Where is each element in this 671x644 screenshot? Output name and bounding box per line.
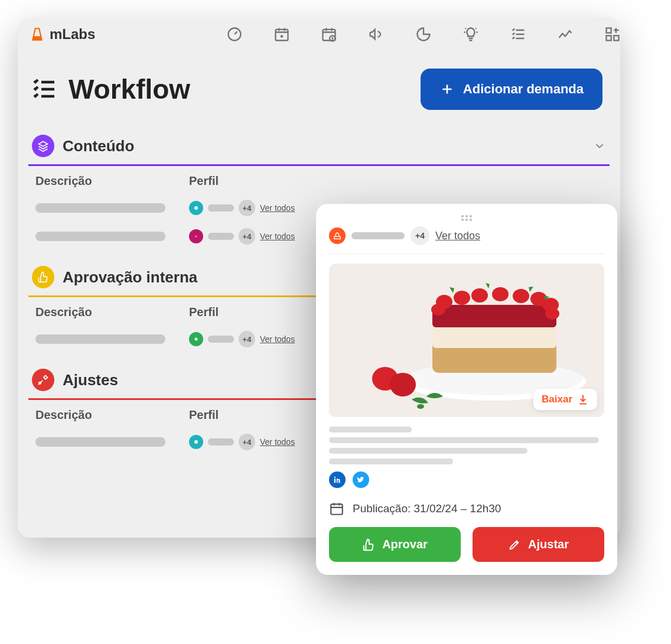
approve-button[interactable]: Aprovar	[329, 527, 461, 562]
profile-skel	[351, 232, 405, 239]
adjust-label: Ajustar	[528, 538, 569, 551]
publication-row: Publicação: 31/02/24 – 12h30	[329, 501, 604, 516]
svg-point-32	[390, 373, 416, 396]
svg-point-11	[465, 215, 468, 217]
adjust-button[interactable]: Ajustar	[473, 527, 604, 562]
approve-label: Aprovar	[382, 538, 428, 551]
svg-point-35	[334, 477, 336, 478]
svg-point-29	[431, 304, 445, 316]
social-icons	[329, 471, 604, 488]
post-image: Baixar	[329, 264, 604, 417]
svg-point-23	[454, 291, 470, 305]
cake-icon	[329, 227, 346, 244]
download-icon	[577, 393, 589, 405]
pencil-icon	[508, 538, 521, 551]
svg-rect-34	[334, 479, 336, 483]
svg-point-15	[470, 219, 472, 221]
svg-point-14	[465, 219, 468, 221]
svg-rect-36	[331, 504, 343, 514]
calendar-icon	[329, 501, 344, 516]
plus-badge: +4	[411, 226, 429, 245]
download-label: Baixar	[542, 393, 572, 405]
twitter-icon[interactable]	[353, 471, 369, 488]
svg-point-12	[470, 215, 472, 217]
drag-handle-icon[interactable]	[329, 214, 604, 222]
svg-point-33	[417, 404, 424, 409]
ver-todos-link[interactable]: Ver todos	[435, 230, 480, 242]
detail-card: +4 Ver todos	[316, 204, 617, 575]
svg-point-26	[513, 289, 529, 303]
svg-point-10	[461, 215, 464, 217]
action-row: Aprovar Ajustar	[329, 527, 604, 562]
thumbs-up-icon	[362, 538, 375, 551]
caption-placeholder	[329, 427, 604, 464]
svg-point-25	[492, 287, 509, 301]
download-button[interactable]: Baixar	[533, 389, 597, 410]
svg-point-24	[471, 288, 488, 303]
publication-text: Publicação: 31/02/24 – 12h30	[353, 502, 501, 515]
svg-point-30	[545, 308, 559, 320]
svg-point-13	[461, 219, 464, 221]
linkedin-icon[interactable]	[329, 471, 346, 488]
card-profile-row: +4 Ver todos	[329, 226, 604, 254]
svg-rect-21	[432, 305, 556, 327]
